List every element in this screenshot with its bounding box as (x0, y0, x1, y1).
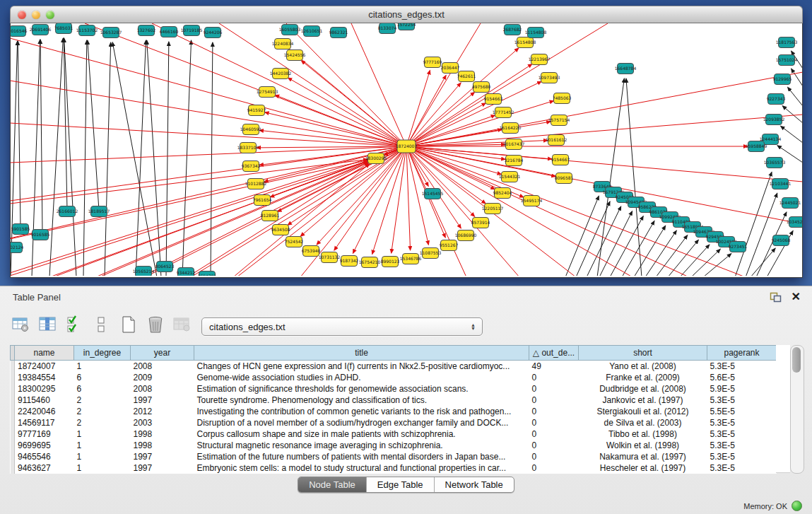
cell-in_degree[interactable]: 2 (74, 395, 131, 406)
graph-node[interactable]: 6753940 (302, 246, 321, 257)
graph-node[interactable]: 20691406 (30, 25, 52, 35)
cell-out_de[interactable]: 49 (529, 361, 579, 373)
cell-out_de[interactable]: 0 (529, 462, 579, 474)
cell-in_degree[interactable]: 1 (74, 428, 131, 440)
graph-node[interactable]: 16055803 (279, 25, 301, 35)
cell-in_degree[interactable]: 2 (74, 417, 131, 428)
cell-year[interactable]: 1998 (131, 440, 194, 451)
cell-year[interactable]: 1998 (131, 428, 194, 440)
cell-out_de[interactable]: 0 (529, 383, 579, 395)
graph-node[interactable]: 9634508 (271, 225, 290, 235)
network-window-titlebar[interactable]: citations_edges.txt (10, 6, 803, 23)
cell-out_de[interactable]: 0 (529, 417, 579, 428)
graph-node[interactable]: 15424556 (284, 50, 306, 61)
graph-node[interactable]: 2687682 (503, 25, 522, 35)
column-header-out_de[interactable]: △ out_de... (529, 346, 579, 361)
cell-out_de[interactable]: 0 (529, 451, 579, 462)
cell-pagerank[interactable]: 5.5E-5 (707, 406, 777, 417)
graph-node[interactable]: 9551267 (440, 240, 459, 251)
graph-node[interactable]: 11012882 (245, 179, 267, 189)
cell-name[interactable]: 9465546 (15, 451, 74, 462)
cell-short[interactable]: Franke et al. (2009) (579, 372, 707, 383)
graph-node[interactable]: 12445021 (779, 198, 801, 209)
cell-title[interactable]: Estimation of the future numbers of pati… (194, 451, 529, 462)
new-column-icon[interactable] (119, 315, 138, 334)
cell-name[interactable]: 9463627 (15, 462, 74, 474)
graph-node[interactable]: 15495174 (521, 196, 543, 206)
graph-node[interactable]: 7685031 (54, 23, 73, 34)
cell-pagerank[interactable]: 5.3E-5 (707, 451, 777, 462)
cell-in_degree[interactable]: 1 (74, 361, 131, 373)
table-selector-dropdown[interactable]: citations_edges.txt ▲▼ (201, 317, 483, 336)
graph-node[interactable]: 9777169 (423, 57, 442, 68)
column-header-title[interactable]: title (194, 346, 529, 361)
graph-node[interactable]: 9344212 (177, 268, 196, 276)
cell-in_degree[interactable]: 1 (74, 462, 131, 474)
cell-title[interactable]: Embryonic stem cells: a model to study s… (194, 462, 529, 474)
graph-node[interactable]: 18189517 (88, 206, 110, 217)
graph-node[interactable]: 15757154 (548, 115, 570, 126)
cell-out_de[interactable]: 0 (529, 395, 579, 406)
graph-node[interactable]: 9227343 (767, 94, 786, 105)
cell-year[interactable]: 2008 (131, 383, 194, 395)
scrollbar-thumb[interactable] (792, 347, 801, 373)
graph-node[interactable]: 4975680 (472, 82, 491, 93)
graph-node[interactable]: 8064523 (155, 262, 175, 272)
cell-out_de[interactable]: 0 (529, 428, 579, 440)
select-all-icon[interactable] (65, 315, 84, 334)
tab-network-table[interactable]: Network Table (434, 477, 514, 492)
graph-node[interactable]: 10719185 (181, 25, 203, 36)
cell-name[interactable]: 14569117 (15, 417, 74, 428)
table-row[interactable]: 977716911998Corpus callosum shape and si… (11, 428, 777, 440)
table-row[interactable]: 1872400712008Changes of HCN gene express… (11, 361, 777, 373)
graph-node[interactable]: 9154663 (484, 94, 503, 105)
graph-node[interactable]: 12093852 (763, 115, 785, 125)
table-row[interactable]: 946554611997Estimation of the future num… (11, 451, 777, 462)
cell-out_de[interactable]: 0 (529, 406, 579, 417)
graph-node[interactable]: 10565214 (133, 267, 155, 276)
float-window-icon[interactable] (770, 292, 782, 303)
graph-node[interactable]: 11087553 (420, 248, 442, 259)
graph-node[interactable]: 10365573 (764, 158, 786, 168)
graph-node[interactable]: 5901585 (11, 224, 30, 235)
graph-node[interactable]: 10973493 (539, 73, 560, 83)
graph-node[interactable]: 11817563 (776, 37, 798, 48)
cell-pagerank[interactable]: 5.6E-5 (707, 372, 777, 383)
cell-short[interactable]: de Silva et al. (2003) (579, 417, 707, 428)
cell-pagerank[interactable]: 5.3E-5 (707, 428, 777, 440)
table-row[interactable]: 1830029562008Estimation of significance … (11, 383, 777, 395)
graph-node[interactable]: 15346786 (400, 254, 422, 264)
table-row[interactable]: 1456911722003Disruption of a novel membe… (11, 417, 777, 428)
cell-in_degree[interactable]: 6 (74, 383, 131, 395)
graph-node[interactable]: 12213967 (529, 54, 551, 65)
cell-name[interactable]: 9699695 (15, 440, 74, 451)
cell-year[interactable]: 2003 (131, 417, 194, 428)
cell-year[interactable]: 1997 (131, 395, 194, 406)
table-row[interactable]: 946362711997Embryonic stem cells: a mode… (11, 462, 777, 474)
tab-edge-table[interactable]: Edge Table (366, 477, 434, 492)
graph-node[interactable]: 16164220 (500, 123, 522, 134)
graph-node[interactable]: 9129965 (773, 74, 792, 85)
cell-in_degree[interactable]: 1 (74, 451, 131, 462)
graph-node[interactable]: 10345219 (787, 217, 802, 228)
graph-node[interactable]: 9245068 (772, 235, 791, 246)
cell-name[interactable]: 18300295 (15, 383, 74, 395)
graph-node[interactable]: 9852404 (493, 188, 512, 199)
graph-node[interactable]: 15145455 (422, 189, 444, 199)
graph-node[interactable]: 8096581 (555, 173, 574, 184)
column-header-short[interactable]: short (579, 346, 707, 361)
network-canvas-svg[interactable]: 1872400712240834154245561442038212754913… (11, 23, 802, 276)
cell-title[interactable]: Tourette syndrome. Phenomenology and cla… (194, 395, 529, 406)
graph-node[interactable]: 7902124 (11, 243, 24, 253)
cell-name[interactable]: 9777169 (15, 428, 74, 440)
cell-pagerank[interactable]: 5.9E-5 (707, 383, 777, 395)
graph-node[interactable]: 16754210 (359, 257, 381, 268)
graph-node[interactable]: 2036447 (441, 63, 460, 74)
graph-node[interactable]: 26166012 (57, 206, 78, 217)
graph-node[interactable]: 7961654 (253, 195, 272, 206)
tab-node-table[interactable]: Node Table (298, 477, 366, 492)
close-panel-icon[interactable]: ✕ (792, 291, 801, 303)
cell-title[interactable]: Genome-wide association studies in ADHD. (194, 372, 529, 383)
column-header-in_degree[interactable]: in_degree (74, 346, 131, 361)
delete-column-icon[interactable] (146, 315, 165, 334)
